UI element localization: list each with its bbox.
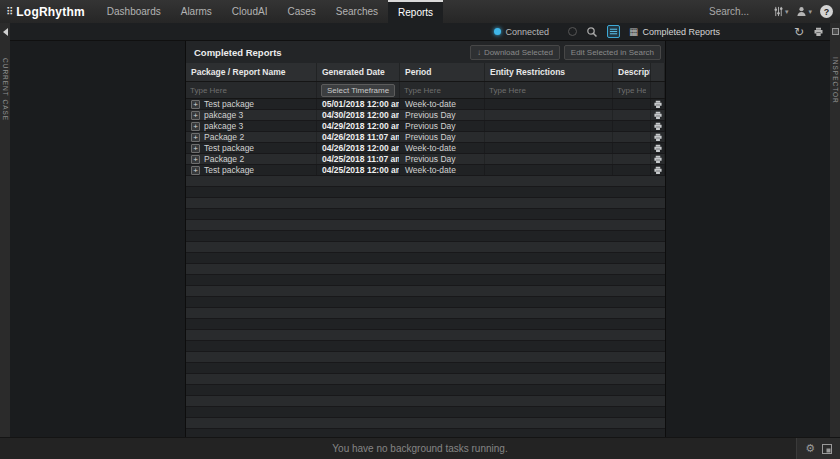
report-print-icon[interactable]	[651, 99, 665, 109]
filter-entity-input[interactable]	[489, 86, 608, 95]
report-period: Week-to-date	[400, 99, 485, 109]
column-header-actions	[651, 63, 665, 81]
report-print-icon[interactable]	[651, 110, 665, 120]
empty-table-row	[186, 396, 665, 407]
table-row[interactable]: + Test package 04/25/2018 12:00 am Week-…	[186, 165, 665, 176]
filter-entity-cell	[485, 82, 613, 98]
status-bar-icons: ⚙	[796, 438, 840, 459]
report-date: 04/30/2018 12:00 am	[317, 110, 400, 120]
report-date: 04/29/2018 12:00 am	[317, 121, 400, 131]
column-header-date[interactable]: Generated Date	[317, 63, 400, 81]
report-name: pakcage 3	[204, 121, 243, 131]
filter-period-input[interactable]	[404, 86, 480, 95]
report-name-cell: + Test package	[186, 143, 317, 153]
top-nav: ⠿ LogRhythm Dashboards Alarms CloudAI Ca…	[0, 0, 840, 23]
report-entity	[485, 132, 613, 142]
table-row[interactable]: + Package 2 04/26/2018 11:07 am Previous…	[186, 132, 665, 143]
search-view-icon[interactable]	[586, 26, 598, 38]
filter-actions-cell	[651, 82, 665, 98]
download-selected-button[interactable]: ↓ Download Selected	[470, 45, 560, 60]
nav-item-alarms[interactable]: Alarms	[171, 0, 222, 23]
filter-description-input[interactable]	[617, 86, 646, 95]
reports-view-icon[interactable]	[607, 25, 620, 38]
report-entity	[485, 154, 613, 164]
empty-table-row	[186, 286, 665, 297]
help-icon[interactable]: ?	[820, 5, 833, 18]
collapse-left-icon	[3, 28, 8, 36]
expand-row-icon[interactable]: +	[191, 155, 200, 164]
current-case-panel-tab[interactable]: CURRENT CASE	[0, 23, 10, 437]
table-row[interactable]: + pakcage 3 04/29/2018 12:00 am Previous…	[186, 121, 665, 132]
expand-row-icon[interactable]: +	[191, 133, 200, 142]
edit-selected-button[interactable]: Edit Selected in Search	[564, 45, 661, 60]
sliders-icon[interactable]: ▾	[773, 6, 789, 17]
tasks-panel-icon[interactable]	[822, 440, 832, 458]
expand-row-icon[interactable]: +	[191, 100, 200, 109]
completed-reports-panel: Completed Reports ↓ Download Selected Ed…	[185, 41, 666, 437]
grid-view-icon: ▦	[629, 27, 638, 37]
expand-row-icon[interactable]: +	[191, 122, 200, 131]
logrhythm-logo[interactable]: ⠿ LogRhythm	[0, 0, 97, 23]
print-icon[interactable]	[813, 27, 824, 37]
refresh-icon[interactable]: ↻	[794, 26, 804, 38]
report-name-cell: + pakcage 3	[186, 121, 317, 131]
expand-row-icon[interactable]: +	[191, 166, 200, 175]
nav-item-searches[interactable]: Searches	[326, 0, 388, 23]
sliders-caret-icon: ▾	[785, 8, 789, 16]
column-header-description[interactable]: Description	[613, 63, 651, 81]
expand-row-icon[interactable]: +	[191, 144, 200, 153]
filter-name-input[interactable]	[190, 86, 312, 95]
nav-right-group: ▾ ▾ ?	[709, 0, 840, 23]
completed-reports-view-tab[interactable]: ▦ Completed Reports	[629, 27, 720, 37]
report-entity	[485, 121, 613, 131]
report-description	[613, 132, 651, 142]
main-content: Completed Reports ↓ Download Selected Ed…	[10, 41, 830, 437]
gear-icon[interactable]: ⚙	[805, 443, 815, 454]
table-row[interactable]: + Test package 04/26/2018 12:00 am Week-…	[186, 143, 665, 154]
report-name: Test package	[204, 165, 254, 175]
view-label-text: Completed Reports	[642, 27, 720, 37]
page-title: Completed Reports	[194, 47, 282, 58]
column-header-entity[interactable]: Entity Restrictions	[485, 63, 613, 81]
report-period: Previous Day	[400, 121, 485, 131]
inspector-panel-tab[interactable]: INSPECTOR	[830, 23, 840, 437]
download-selected-label: Download Selected	[484, 48, 553, 57]
report-print-icon[interactable]	[651, 143, 665, 153]
table-header-row: Package / Report Name Generated Date Per…	[186, 63, 665, 82]
report-date: 04/25/2018 12:00 am	[317, 165, 400, 175]
search-input[interactable]	[709, 6, 765, 17]
empty-table-row	[186, 275, 665, 286]
user-menu-icon[interactable]: ▾	[796, 6, 812, 17]
empty-table-row	[186, 253, 665, 264]
filter-name-cell	[186, 82, 317, 98]
report-period: Previous Day	[400, 110, 485, 120]
report-print-icon[interactable]	[651, 121, 665, 131]
column-header-period[interactable]: Period	[400, 63, 485, 81]
empty-table-row	[186, 385, 665, 396]
report-name-cell: + pakcage 3	[186, 110, 317, 120]
table-row[interactable]: + pakcage 3 04/30/2018 12:00 am Previous…	[186, 110, 665, 121]
empty-table-row	[186, 363, 665, 374]
column-header-name[interactable]: Package / Report Name	[186, 63, 317, 81]
table-row[interactable]: + Package 2 04/25/2018 11:07 am Previous…	[186, 154, 665, 165]
filter-date-cell: Select Timeframe	[317, 82, 400, 98]
table-row[interactable]: + Test package 05/01/2018 12:00 am Week-…	[186, 99, 665, 110]
report-print-icon[interactable]	[651, 165, 665, 175]
report-print-icon[interactable]	[651, 132, 665, 142]
download-icon: ↓	[477, 48, 481, 57]
nav-item-cases[interactable]: Cases	[277, 0, 325, 23]
nav-item-reports[interactable]: Reports	[388, 0, 443, 23]
user-caret-icon: ▾	[808, 8, 812, 16]
report-print-icon[interactable]	[651, 154, 665, 164]
nav-item-cloudai[interactable]: CloudAI	[222, 0, 278, 23]
status-ring-icon[interactable]	[568, 27, 577, 36]
report-entity	[485, 99, 613, 109]
empty-table-row	[186, 176, 665, 187]
view-toolbar: Connected ▦ Completed Reports ↻	[10, 23, 830, 41]
report-date: 04/25/2018 11:07 am	[317, 154, 400, 164]
panel-header: Completed Reports ↓ Download Selected Ed…	[186, 41, 665, 63]
empty-table-row	[186, 209, 665, 220]
expand-row-icon[interactable]: +	[191, 111, 200, 120]
nav-item-dashboards[interactable]: Dashboards	[97, 0, 171, 23]
select-timeframe-button[interactable]: Select Timeframe	[321, 84, 395, 97]
